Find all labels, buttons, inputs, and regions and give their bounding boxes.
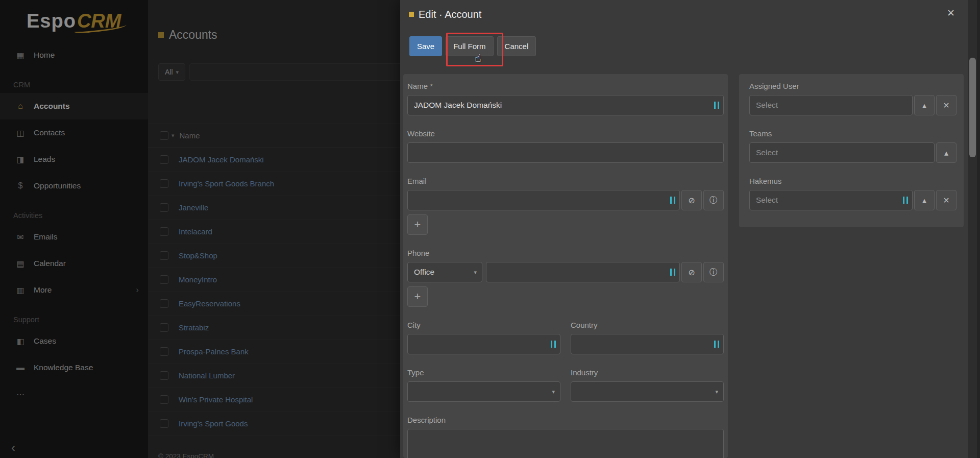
field-email: Email ⊘ ⓘ + — [407, 176, 724, 235]
phone-input[interactable] — [486, 262, 680, 282]
country-input[interactable] — [571, 334, 724, 354]
modal-header: Edit · Account ✕ — [400, 0, 968, 29]
modal-button-row: Save Full Form Cancel — [409, 36, 536, 56]
website-label: Website — [407, 129, 724, 138]
teams-select-button[interactable]: ▴ — [936, 142, 957, 163]
chevron-down-icon: ▾ — [715, 389, 718, 395]
info-icon: ⓘ — [709, 267, 718, 278]
email-input[interactable] — [407, 190, 680, 210]
close-icon[interactable]: ✕ — [947, 7, 955, 19]
type-label: Type — [407, 368, 560, 377]
assigned-user-input[interactable] — [749, 95, 913, 115]
website-input[interactable] — [407, 142, 724, 163]
chevron-down-icon: ▾ — [552, 389, 555, 395]
city-input[interactable] — [407, 334, 560, 354]
email-invalid-button[interactable]: ⓘ — [703, 190, 724, 210]
edit-form-main-panel: Name * Website Email ⊘ ⓘ — [403, 74, 728, 458]
field-assigned-user: Assigned User ▴ ✕ — [749, 81, 957, 115]
hakemus-input[interactable] — [749, 190, 913, 210]
phone-invalid-button[interactable]: ⓘ — [703, 262, 724, 282]
edit-account-modal: Edit · Account ✕ Save Full Form Cancel ☝… — [400, 0, 968, 458]
ban-icon: ⊘ — [688, 196, 695, 205]
country-label: Country — [571, 320, 724, 330]
teams-input[interactable] — [749, 142, 935, 163]
ban-icon: ⊘ — [688, 268, 695, 277]
assigned-user-clear-button[interactable]: ✕ — [936, 95, 957, 115]
full-form-button[interactable]: Full Form — [446, 36, 493, 56]
type-select[interactable]: ▾ — [407, 381, 560, 402]
field-website: Website — [407, 129, 724, 163]
description-textarea[interactable] — [407, 429, 724, 458]
chevron-up-icon: ▴ — [944, 148, 948, 158]
field-country: Country — [571, 320, 724, 354]
field-city: City — [407, 320, 560, 354]
add-email-button[interactable]: + — [407, 214, 428, 235]
page-edge — [977, 0, 980, 458]
add-phone-button[interactable]: + — [407, 286, 428, 307]
chevron-down-icon: ▾ — [474, 269, 477, 276]
espocrm-app: EspoCRM ▦HomeCRM⌂Accounts◫Contacts◨Leads… — [0, 0, 980, 458]
plus-icon: + — [414, 290, 421, 303]
modal-title-square-icon — [409, 12, 414, 17]
teams-label: Teams — [749, 129, 957, 138]
field-hakemus: Hakemus ▴ ✕ — [749, 176, 957, 210]
chevron-up-icon: ▴ — [922, 101, 926, 110]
city-label: City — [407, 320, 560, 330]
assigned-user-label: Assigned User — [749, 81, 957, 91]
field-teams: Teams ▴ — [749, 129, 957, 163]
field-description: Description — [407, 415, 724, 458]
industry-label: Industry — [571, 368, 724, 377]
edit-form-side-panel: Assigned User ▴ ✕ Teams ▴ — [739, 74, 964, 227]
name-label: Name * — [407, 81, 724, 91]
scrollbar-thumb[interactable] — [969, 58, 976, 157]
modal-title: Edit · Account — [419, 9, 481, 20]
hakemus-select-button[interactable]: ▴ — [914, 190, 935, 210]
close-icon: ✕ — [943, 196, 949, 205]
save-button[interactable]: Save — [409, 36, 442, 56]
plus-icon: + — [414, 218, 421, 231]
cancel-button[interactable]: Cancel — [497, 36, 536, 56]
chevron-up-icon: ▴ — [922, 196, 926, 205]
field-industry: Industry ▾ — [571, 368, 724, 402]
close-icon: ✕ — [943, 101, 949, 110]
hakemus-clear-button[interactable]: ✕ — [936, 190, 957, 210]
field-phone: Phone Office ▾ ⊘ ⓘ + — [407, 248, 724, 307]
phone-label: Phone — [407, 248, 724, 258]
field-type: Type ▾ — [407, 368, 560, 402]
name-input[interactable] — [407, 95, 724, 115]
email-opt-out-button[interactable]: ⊘ — [681, 190, 702, 210]
field-name: Name * — [407, 81, 724, 115]
industry-select[interactable]: ▾ — [571, 381, 724, 402]
email-label: Email — [407, 176, 724, 186]
phone-opt-out-button[interactable]: ⊘ — [681, 262, 702, 282]
assigned-user-select-button[interactable]: ▴ — [914, 95, 935, 115]
description-label: Description — [407, 415, 724, 425]
phone-type-value: Office — [414, 268, 434, 277]
info-icon: ⓘ — [709, 195, 718, 206]
phone-type-select[interactable]: Office ▾ — [407, 262, 482, 282]
hakemus-label: Hakemus — [749, 176, 957, 186]
modal-scrollbar — [968, 0, 977, 458]
